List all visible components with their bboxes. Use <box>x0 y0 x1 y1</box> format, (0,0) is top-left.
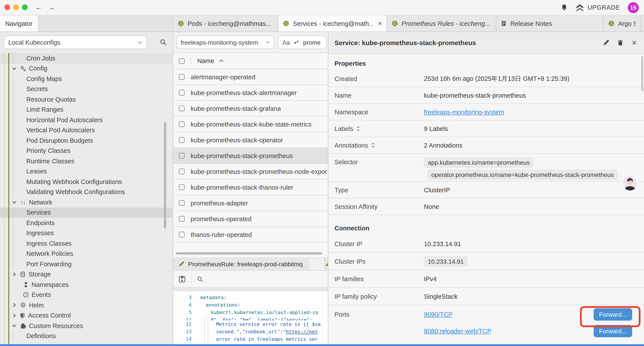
row-checkbox[interactable] <box>179 90 184 95</box>
kubeconfig-selector[interactable]: Local Kubeconfigs <box>4 35 147 49</box>
table-row-kube-prometheus-stack-thanos-ruler[interactable]: kube-prometheus-stack-thanos-ruler <box>173 180 328 195</box>
edit-pencil-icon[interactable] <box>603 39 610 46</box>
editor-scroll-band[interactable] <box>173 287 328 291</box>
sidebar-item-priority-classes[interactable]: Priority Classes <box>0 146 172 156</box>
row-checkbox[interactable] <box>179 232 184 237</box>
table-row-alertmanager-operated[interactable]: alertmanager-operated <box>173 69 328 85</box>
row-checkbox[interactable] <box>179 169 184 174</box>
detail-value-link[interactable]: freeleaps-monitoring-system <box>424 108 504 115</box>
sidebar-item-leases[interactable]: Leases <box>0 166 172 177</box>
table-row-prometheus-operated[interactable]: prometheus-operated <box>173 211 328 227</box>
sidebar-item-definitions[interactable]: Definitions <box>0 331 172 341</box>
sidebar-scrollbar-thumb[interactable] <box>164 122 166 229</box>
sidebar-item-label: Storage <box>28 271 51 278</box>
row-checkbox[interactable] <box>179 153 184 159</box>
sidebar-item-config[interactable]: Config <box>0 63 172 74</box>
port-link[interactable]: 9090/TCP <box>424 311 453 318</box>
upgrade-button[interactable]: UPGRADE <box>576 4 620 11</box>
table-row-prometheus-adapter[interactable]: prometheus-adapter <box>173 195 328 211</box>
sidebar-item-namespaces[interactable]: Namespaces <box>0 280 172 290</box>
sidebar-item-storage[interactable]: Storage <box>0 269 172 280</box>
tab-argo-se[interactable]: Argo Se <box>604 15 640 31</box>
name-column-header[interactable]: Name <box>197 57 214 64</box>
sidebar-item-helm[interactable]: Helm <box>0 300 172 310</box>
sidebar-item-validating-webhook-configurations[interactable]: Validating Webhook Configurations <box>0 187 172 197</box>
close-icon[interactable]: ✕ <box>632 39 637 46</box>
table-row-kube-prometheus-stack-alertmanager[interactable]: kube-prometheus-stack-alertmanager <box>173 85 328 101</box>
namespace-selector[interactable]: freeleaps-monitoring-system <box>176 35 274 49</box>
table-row-kube-prometheus-stack-prometheus[interactable]: kube-prometheus-stack-prometheus <box>173 148 328 164</box>
sidebar-item-endpoints[interactable]: Endpoints <box>0 218 172 228</box>
row-checkbox[interactable] <box>179 121 184 127</box>
sidebar-item-services[interactable]: Services <box>0 207 172 218</box>
table-row-thanos-ruler-operated[interactable]: thanos-ruler-operated <box>173 227 328 243</box>
horizontal-scrollbar-thumb[interactable] <box>176 252 322 255</box>
tab-release-notes[interactable]: Release Notes <box>496 15 604 31</box>
sidebar-item-pod-disruption-budgets[interactable]: Pod Disruption Budgets <box>0 135 172 146</box>
detail-scrollbar-thumb[interactable] <box>641 56 643 91</box>
table-row-kube-prometheus-stack-grafana[interactable]: kube-prometheus-stack-grafana <box>173 101 328 116</box>
regex-toggle[interactable]: ▪* <box>294 39 299 46</box>
user-avatar[interactable] <box>622 175 638 191</box>
row-checkbox[interactable] <box>179 74 184 80</box>
code-text: metadata: <box>200 294 226 301</box>
sidebar-item-port-forwarding[interactable]: Port Forwarding <box>0 259 172 269</box>
sidebar-item-network-policies[interactable]: Network Policies <box>0 249 172 259</box>
table-row-kube-prometheus-stack-operator[interactable]: kube-prometheus-stack-operator <box>173 132 328 148</box>
sidebar-item-secrets[interactable]: Secrets <box>0 84 172 94</box>
sidebar-item-config-maps[interactable]: Config Maps <box>0 74 172 84</box>
row-checkbox[interactable] <box>179 137 184 143</box>
sidebar-item-mutating-webhook-configurations[interactable]: Mutating Webhook Configurations <box>0 177 172 187</box>
yaml-editor[interactable]: 3metadata:4annotations:5kubectl.kubernet… <box>173 291 328 346</box>
traffic-light-minimize[interactable] <box>13 4 19 10</box>
tab-prometheus-rules-icecheng[interactable]: Prometheus Rules - icecheng... <box>387 15 496 31</box>
table-row-kube-prometheus-stack-kube-state-metrics[interactable]: kube-prometheus-stack-kube-state-metrics <box>173 116 328 132</box>
sidebar-item-runtime-classes[interactable]: Runtime Classes <box>0 156 172 166</box>
editor-search-icon[interactable] <box>197 276 204 282</box>
row-checkbox[interactable] <box>179 200 184 206</box>
detail-label-text: Name <box>334 92 351 99</box>
select-all-checkbox[interactable] <box>179 58 184 64</box>
sidebar-item-label: Network Policies <box>26 250 73 257</box>
tab-pods-icecheng-mathmas[interactable]: Pods - icecheng@mathmas... <box>173 15 278 31</box>
editor-tab-label: PrometheusRule: freeleaps-prod-rabbitmq <box>188 261 303 268</box>
forward-button[interactable]: Forward... <box>594 325 632 337</box>
row-checkbox[interactable] <box>179 106 184 111</box>
match-case-toggle[interactable]: Aa <box>282 39 290 46</box>
forward-button[interactable]: → <box>46 3 57 11</box>
forward-button[interactable]: Forward... <box>594 308 632 321</box>
trash-icon[interactable] <box>618 39 624 46</box>
sidebar-item-custom-resources[interactable]: Custom Resources <box>0 321 172 331</box>
sidebar-search-icon[interactable] <box>160 38 167 46</box>
save-icon[interactable] <box>178 275 186 283</box>
tab-navigator[interactable]: Navigator <box>0 15 38 31</box>
close-tab-icon[interactable]: ✕ <box>375 20 382 26</box>
sidebar-item-resource-quotas[interactable]: Resource Quotas <box>0 94 172 104</box>
sidebar-item-ingress-classes[interactable]: Ingress Classes <box>0 238 172 249</box>
sidebar-item-network[interactable]: ↑↓Network <box>0 197 172 207</box>
sidebar-item-events[interactable]: Events <box>0 290 172 300</box>
sidebar-item-cron-jobs[interactable]: Cron Jobs <box>0 53 172 63</box>
sidebar-item-label: Leases <box>26 168 47 175</box>
row-checkbox[interactable] <box>179 184 184 190</box>
row-checkbox[interactable] <box>179 216 184 222</box>
traffic-light-close[interactable] <box>4 4 10 10</box>
back-button[interactable]: ← <box>33 3 44 11</box>
tab-editor-partial[interactable] <box>324 258 328 270</box>
table-row-kube-prometheus-stack-prometheus-node-expor[interactable]: kube-prometheus-stack-prometheus-node-ex… <box>173 164 328 180</box>
sidebar-item-vertical-pod-autoscalers[interactable]: Vertical Pod Autoscalers <box>0 125 172 135</box>
sidebar-item-access-control[interactable]: Access Control <box>0 310 172 321</box>
notification-badge[interactable]: 15 <box>628 2 639 13</box>
port-link[interactable]: 8080:reloader-web/TCP <box>424 328 492 335</box>
sort-ascending-icon[interactable] <box>218 59 223 63</box>
tab-prometheusrule-editor[interactable]: PrometheusRule: freeleaps-prod-rabbitmq <box>173 258 308 270</box>
sidebar-item-horizontal-pod-autoscalers[interactable]: Horizontal Pod Autoscalers <box>0 115 172 125</box>
traffic-light-zoom[interactable] <box>22 4 28 10</box>
tab-services-icecheng-math[interactable]: Services - icecheng@math...✕ <box>278 15 387 31</box>
editor-line: 14error rate in freeleaps metrics ser <box>173 336 328 343</box>
sidebar-item-ingresses[interactable]: Ingresses <box>0 228 172 238</box>
bell-icon[interactable] <box>561 4 568 11</box>
sidebar-item-limit-ranges[interactable]: Limit Ranges <box>0 104 172 115</box>
search-input[interactable]: Aa ▪* prome <box>278 35 326 49</box>
sidebar-item-label: Events <box>32 292 51 299</box>
